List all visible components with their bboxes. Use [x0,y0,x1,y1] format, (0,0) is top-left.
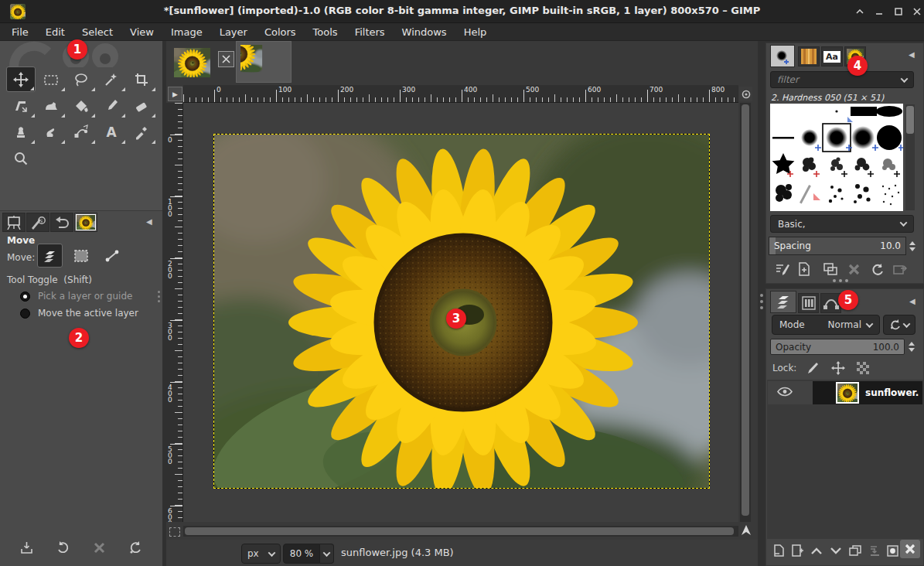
free-select-icon [73,72,89,87]
edit-brush-button[interactable] [772,260,793,278]
tool-free-select[interactable] [66,66,96,92]
horizontal-scrollbar[interactable] [183,526,738,537]
layer-row[interactable]: sunflower. [768,381,922,404]
tab-device-status[interactable] [26,213,49,232]
ruler-origin-button[interactable]: ▶ [168,87,182,101]
tool-clone[interactable] [6,119,36,145]
dock-resize-grip[interactable] [157,291,160,302]
radio-move-active-layer[interactable]: Move the active layer [20,308,138,319]
restore-tool-preset-button[interactable] [53,538,73,557]
spacing-spinner[interactable] [908,237,917,255]
raise-layer-button[interactable] [806,541,827,560]
reset-tool-options-button[interactable] [125,538,145,557]
tool-color-picker[interactable] [127,119,156,145]
horizontal-ruler[interactable]: 0100200300400500600700800 [183,85,738,103]
brush-filter-input[interactable]: filter [770,71,914,88]
new-brush-button[interactable] [794,260,814,278]
tab-brushes[interactable] [770,45,795,67]
duplicate-brush-button[interactable] [820,260,840,278]
brush-group-dropdown[interactable]: Basic, [770,215,914,233]
spacing-slider[interactable]: Spacing 10.0 [769,237,906,255]
tool-fuzzy-select[interactable] [97,66,126,92]
unit-dropdown[interactable]: px [241,544,281,564]
maximize-button[interactable] [892,5,905,18]
menu-filters[interactable]: Filters [346,25,394,39]
menu-edit[interactable]: Edit [37,25,73,39]
close-image-icon[interactable] [218,51,234,67]
tool-options-menu-icon[interactable]: ◀ [146,217,152,226]
shade-button[interactable] [853,5,867,18]
tool-rectangle-select[interactable] [36,66,66,92]
vertical-ruler[interactable]: 0100200300400500600 [166,103,183,522]
tab-undo-history[interactable] [50,213,73,232]
tab-layers[interactable] [770,291,796,313]
delete-tool-preset-button[interactable] [89,538,109,557]
brush-grid[interactable] [770,104,903,211]
tool-bucket-fill[interactable] [66,93,96,118]
save-tool-preset-button[interactable] [16,538,36,557]
tool-smudge[interactable] [36,119,66,145]
tool-crop[interactable] [127,66,156,92]
dock-separator-grip[interactable] [833,279,848,282]
image-tab-active-thumbnail[interactable] [236,41,292,83]
zoom-value[interactable]: 80 % [283,544,320,564]
opacity-slider[interactable]: Opacity 100.0 [770,339,905,355]
layers-dock: ◀ Mode Normal Opacity 100.0 Lock: sunflo… [765,288,924,566]
tool-text[interactable]: A [97,119,126,145]
menu-select[interactable]: Select [73,25,121,39]
tool-eraser[interactable] [127,93,156,118]
tab-fonts[interactable]: Aa [821,46,843,66]
tab-patterns[interactable] [798,46,820,66]
menu-file[interactable]: File [3,25,37,39]
move-selection-mode-button[interactable] [68,244,94,268]
tool-unified-transform[interactable] [6,93,36,118]
vertical-scrollbar[interactable] [740,103,751,522]
lock-position-button[interactable] [828,359,848,377]
menu-view[interactable]: View [121,25,162,39]
tool-warp-transform[interactable] [36,93,66,118]
delete-layer-button[interactable] [900,540,920,558]
move-layer-mode-button[interactable] [37,244,63,268]
menu-colors[interactable]: Colors [256,25,305,39]
menu-tools[interactable]: Tools [305,25,346,39]
quick-mask-toggle[interactable] [169,527,180,537]
layers-menu-icon[interactable]: ◀ [909,297,915,305]
duplicate-layer-button[interactable] [845,541,865,560]
tool-move[interactable] [6,66,36,92]
tool-paintbrush[interactable] [97,93,126,118]
layer-visibility-eye-icon[interactable] [777,386,793,397]
refresh-brushes-button[interactable] [867,260,887,278]
zoom-control[interactable]: 80 % [283,544,334,564]
tab-tool-options[interactable] [2,213,26,232]
new-layer-group-button[interactable] [787,541,807,560]
close-button[interactable] [910,5,924,18]
zoom-follow-window-icon[interactable] [739,87,752,101]
tab-channels[interactable] [798,293,819,313]
lock-alpha-button[interactable] [853,359,873,377]
open-brush-as-image-button[interactable] [890,260,910,278]
zoom-dropdown-icon[interactable] [320,544,334,564]
new-layer-button[interactable] [769,541,789,560]
delete-brush-button[interactable] [844,260,864,278]
tool-paths[interactable] [66,119,96,145]
menu-help[interactable]: Help [455,25,496,39]
move-path-mode-button[interactable] [99,244,124,268]
minimize-button[interactable] [872,5,886,18]
spacing-label: Spacing [774,240,811,251]
navigation-preview-icon[interactable] [740,523,752,537]
menu-layer[interactable]: Layer [211,25,256,39]
layer-mode-dropdown[interactable]: Mode Normal [772,315,880,335]
image-tab-sunflower-thumbnail[interactable] [174,48,210,77]
brush-grid-scrollbar[interactable] [905,104,915,210]
dock-edge-grip[interactable] [759,294,764,309]
menu-windows[interactable]: Windows [394,25,455,39]
opacity-spinner[interactable] [907,339,916,355]
brushes-menu-icon[interactable]: ◀ [909,50,915,59]
tab-image-thumbnail[interactable] [74,213,97,232]
tool-zoom[interactable] [6,145,36,171]
menu-image[interactable]: Image [162,25,211,39]
lock-pixels-button[interactable] [802,359,822,377]
mode-group-switch-button[interactable] [883,315,915,335]
lower-layer-button[interactable] [826,541,846,560]
radio-pick-layer-or-guide[interactable]: Pick a layer or guide [20,291,132,302]
